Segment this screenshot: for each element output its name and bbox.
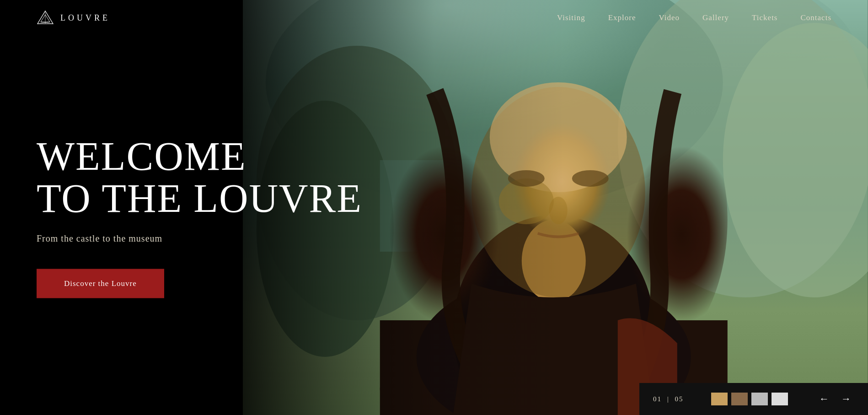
slide-thumb-3[interactable]: [751, 393, 768, 405]
slide-thumb-2[interactable]: [731, 393, 748, 405]
logo-text: LOUVRE: [60, 13, 110, 23]
discover-button[interactable]: Discover the Louvre: [37, 269, 164, 298]
louvre-pyramid-icon: [37, 10, 54, 26]
hero-content: WELCOME TO THE LOUVRE From the castle to…: [37, 135, 362, 298]
next-slide-button[interactable]: →: [838, 391, 854, 407]
hero-subtitle: From the castle to the museum: [37, 233, 362, 244]
slide-thumbnails: [711, 393, 788, 405]
slide-counter: 01 | 05: [653, 395, 684, 403]
nav-gallery[interactable]: Gallery: [702, 13, 729, 22]
hero-section: LOUVRE Visiting Explore Video Gallery Ti…: [0, 0, 868, 415]
nav-visiting[interactable]: Visiting: [557, 13, 585, 22]
nav-contacts[interactable]: Contacts: [801, 13, 832, 22]
logo-link[interactable]: LOUVRE: [37, 10, 110, 26]
nav-video[interactable]: Video: [659, 13, 680, 22]
site-header: LOUVRE Visiting Explore Video Gallery Ti…: [0, 0, 868, 36]
main-nav: Visiting Explore Video Gallery Tickets C…: [557, 13, 831, 22]
prev-slide-button[interactable]: ←: [816, 391, 832, 407]
slideshow-arrows: ← →: [816, 391, 854, 407]
slide-thumb-4[interactable]: [772, 393, 788, 405]
slide-thumb-1[interactable]: [711, 393, 728, 405]
nav-explore[interactable]: Explore: [608, 13, 636, 22]
nav-tickets[interactable]: Tickets: [752, 13, 777, 22]
hero-title: WELCOME TO THE LOUVRE: [37, 135, 362, 220]
slideshow-bottom-bar: 01 | 05 ← →: [639, 383, 868, 415]
